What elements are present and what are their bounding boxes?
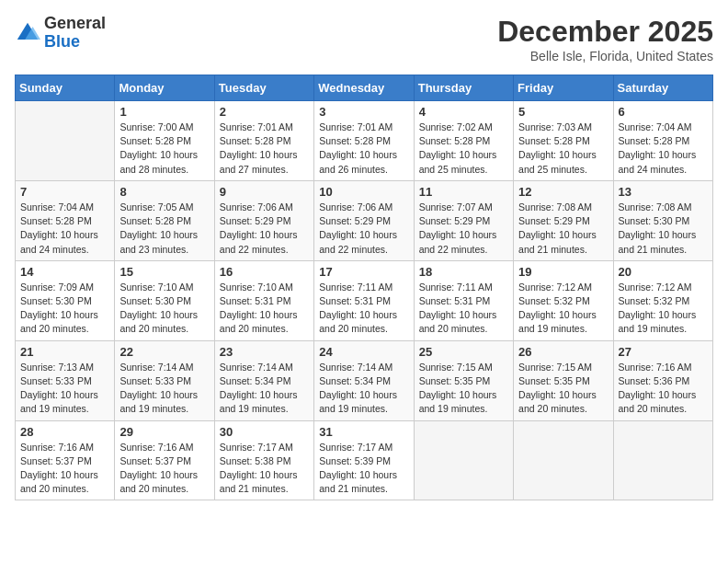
calendar-header-row: SundayMondayTuesdayWednesdayThursdayFrid… [16,75,713,101]
day-number: 7 [20,185,109,199]
day-info: Sunrise: 7:05 AMSunset: 5:28 PMDaylight:… [119,201,209,257]
calendar-day-cell: 3Sunrise: 7:01 AMSunset: 5:28 PMDaylight… [314,101,414,181]
calendar-day-cell [16,101,115,181]
day-number: 25 [419,345,508,359]
day-info: Sunrise: 7:03 AMSunset: 5:28 PMDaylight:… [518,121,608,177]
day-info: Sunrise: 7:14 AMSunset: 5:34 PMDaylight:… [319,361,408,417]
day-info: Sunrise: 7:17 AMSunset: 5:38 PMDaylight:… [220,441,309,497]
day-info: Sunrise: 7:04 AMSunset: 5:28 PMDaylight:… [619,121,708,177]
day-of-week-header: Monday [115,75,214,101]
day-number: 12 [518,185,608,199]
day-number: 16 [220,265,309,279]
calendar-day-cell: 29Sunrise: 7:16 AMSunset: 5:37 PMDayligh… [115,420,214,500]
day-of-week-header: Sunday [16,75,115,101]
day-number: 5 [518,105,608,119]
calendar-day-cell: 21Sunrise: 7:13 AMSunset: 5:33 PMDayligh… [16,340,115,420]
calendar-week-row: 7Sunrise: 7:04 AMSunset: 5:28 PMDaylight… [16,180,713,260]
calendar-day-cell [613,420,712,500]
calendar-week-row: 1Sunrise: 7:00 AMSunset: 5:28 PMDaylight… [16,101,713,181]
day-number: 13 [619,185,708,199]
day-number: 22 [119,345,209,359]
day-number: 18 [419,265,508,279]
day-info: Sunrise: 7:15 AMSunset: 5:35 PMDaylight:… [518,361,608,417]
day-info: Sunrise: 7:14 AMSunset: 5:33 PMDaylight:… [119,361,209,417]
day-info: Sunrise: 7:11 AMSunset: 5:31 PMDaylight:… [319,281,408,337]
day-number: 21 [20,345,109,359]
day-number: 4 [419,105,508,119]
day-of-week-header: Thursday [414,75,513,101]
day-info: Sunrise: 7:16 AMSunset: 5:37 PMDaylight:… [20,441,109,497]
day-info: Sunrise: 7:01 AMSunset: 5:28 PMDaylight:… [220,121,309,177]
calendar-day-cell: 13Sunrise: 7:08 AMSunset: 5:30 PMDayligh… [613,180,712,260]
day-number: 10 [319,185,408,199]
calendar-day-cell: 19Sunrise: 7:12 AMSunset: 5:32 PMDayligh… [514,260,613,340]
day-info: Sunrise: 7:12 AMSunset: 5:32 PMDaylight:… [518,281,608,337]
day-number: 23 [220,345,309,359]
day-info: Sunrise: 7:07 AMSunset: 5:29 PMDaylight:… [419,201,508,257]
day-info: Sunrise: 7:01 AMSunset: 5:28 PMDaylight:… [319,121,408,177]
day-info: Sunrise: 7:10 AMSunset: 5:31 PMDaylight:… [220,281,309,337]
day-info: Sunrise: 7:06 AMSunset: 5:29 PMDaylight:… [319,201,408,257]
day-number: 17 [319,265,408,279]
calendar-day-cell: 24Sunrise: 7:14 AMSunset: 5:34 PMDayligh… [314,340,414,420]
day-info: Sunrise: 7:11 AMSunset: 5:31 PMDaylight:… [419,281,508,337]
day-info: Sunrise: 7:00 AMSunset: 5:28 PMDaylight:… [119,121,209,177]
calendar-day-cell: 30Sunrise: 7:17 AMSunset: 5:38 PMDayligh… [214,420,313,500]
day-info: Sunrise: 7:08 AMSunset: 5:29 PMDaylight:… [518,201,608,257]
title-block: December 2025 Belle Isle, Florida, Unite… [497,15,713,63]
calendar-day-cell: 23Sunrise: 7:14 AMSunset: 5:34 PMDayligh… [214,340,313,420]
calendar-day-cell: 8Sunrise: 7:05 AMSunset: 5:28 PMDaylight… [115,180,214,260]
day-number: 1 [119,105,209,119]
calendar-day-cell: 9Sunrise: 7:06 AMSunset: 5:29 PMDaylight… [214,180,313,260]
day-info: Sunrise: 7:15 AMSunset: 5:35 PMDaylight:… [419,361,508,417]
day-info: Sunrise: 7:04 AMSunset: 5:28 PMDaylight:… [20,201,109,257]
calendar-day-cell: 1Sunrise: 7:00 AMSunset: 5:28 PMDaylight… [115,101,214,181]
day-info: Sunrise: 7:16 AMSunset: 5:37 PMDaylight:… [119,441,209,497]
calendar-day-cell: 2Sunrise: 7:01 AMSunset: 5:28 PMDaylight… [214,101,313,181]
calendar-day-cell: 28Sunrise: 7:16 AMSunset: 5:37 PMDayligh… [16,420,115,500]
calendar-week-row: 28Sunrise: 7:16 AMSunset: 5:37 PMDayligh… [16,420,713,500]
page-header: General Blue December 2025 Belle Isle, F… [15,15,713,63]
day-number: 24 [319,345,408,359]
calendar-day-cell: 27Sunrise: 7:16 AMSunset: 5:36 PMDayligh… [613,340,712,420]
day-number: 26 [518,345,608,359]
day-number: 2 [220,105,309,119]
day-info: Sunrise: 7:16 AMSunset: 5:36 PMDaylight:… [619,361,708,417]
day-info: Sunrise: 7:12 AMSunset: 5:32 PMDaylight:… [619,281,708,337]
day-number: 14 [20,265,109,279]
day-of-week-header: Wednesday [314,75,414,101]
day-number: 8 [119,185,209,199]
day-number: 15 [119,265,209,279]
calendar-week-row: 21Sunrise: 7:13 AMSunset: 5:33 PMDayligh… [16,340,713,420]
calendar-day-cell: 5Sunrise: 7:03 AMSunset: 5:28 PMDaylight… [514,101,613,181]
calendar-day-cell: 6Sunrise: 7:04 AMSunset: 5:28 PMDaylight… [613,101,712,181]
day-info: Sunrise: 7:02 AMSunset: 5:28 PMDaylight:… [419,121,508,177]
logo-general-text: General [44,14,106,32]
calendar-day-cell: 14Sunrise: 7:09 AMSunset: 5:30 PMDayligh… [16,260,115,340]
calendar-day-cell: 18Sunrise: 7:11 AMSunset: 5:31 PMDayligh… [414,260,513,340]
calendar-day-cell: 17Sunrise: 7:11 AMSunset: 5:31 PMDayligh… [314,260,414,340]
day-info: Sunrise: 7:10 AMSunset: 5:30 PMDaylight:… [119,281,209,337]
day-number: 9 [220,185,309,199]
calendar-day-cell: 12Sunrise: 7:08 AMSunset: 5:29 PMDayligh… [514,180,613,260]
calendar-day-cell: 22Sunrise: 7:14 AMSunset: 5:33 PMDayligh… [115,340,214,420]
day-info: Sunrise: 7:09 AMSunset: 5:30 PMDaylight:… [20,281,109,337]
calendar-day-cell: 31Sunrise: 7:17 AMSunset: 5:39 PMDayligh… [314,420,414,500]
logo-icon [15,20,40,46]
day-info: Sunrise: 7:14 AMSunset: 5:34 PMDaylight:… [220,361,309,417]
day-info: Sunrise: 7:13 AMSunset: 5:33 PMDaylight:… [20,361,109,417]
day-of-week-header: Tuesday [214,75,313,101]
day-number: 31 [319,425,408,439]
day-number: 27 [619,345,708,359]
calendar-day-cell [414,420,513,500]
month-title: December 2025 [497,15,713,49]
calendar-day-cell: 15Sunrise: 7:10 AMSunset: 5:30 PMDayligh… [115,260,214,340]
calendar-day-cell: 20Sunrise: 7:12 AMSunset: 5:32 PMDayligh… [613,260,712,340]
day-number: 19 [518,265,608,279]
day-number: 20 [619,265,708,279]
calendar-week-row: 14Sunrise: 7:09 AMSunset: 5:30 PMDayligh… [16,260,713,340]
day-number: 30 [220,425,309,439]
calendar-day-cell: 7Sunrise: 7:04 AMSunset: 5:28 PMDaylight… [16,180,115,260]
day-info: Sunrise: 7:08 AMSunset: 5:30 PMDaylight:… [619,201,708,257]
logo: General Blue [15,15,106,52]
